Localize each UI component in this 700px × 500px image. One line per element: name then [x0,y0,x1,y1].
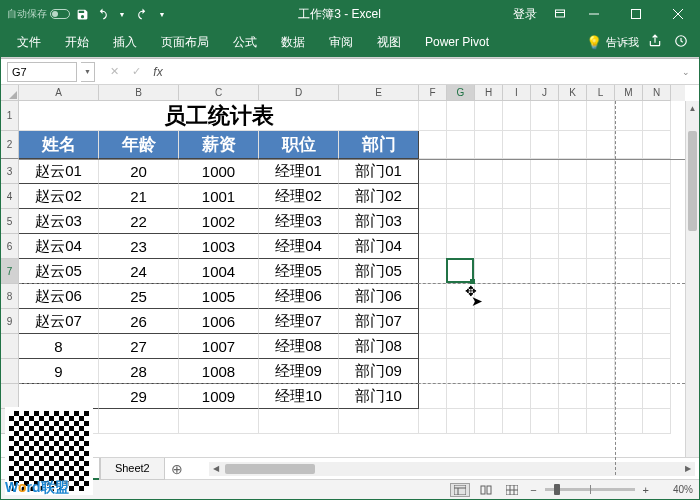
col-header-D[interactable]: D [259,85,339,101]
view-normal-icon[interactable] [450,483,470,497]
undo-icon[interactable] [94,6,110,22]
undo-dropdown-icon[interactable]: ▼ [114,6,130,22]
cell[interactable] [503,209,531,234]
col-header-G[interactable]: G [447,85,475,101]
table-cell[interactable]: 部门06 [339,284,419,309]
row-header[interactable]: 4 [1,184,19,209]
cell[interactable] [615,209,643,234]
cell[interactable] [419,259,447,284]
col-header-M[interactable]: M [615,85,643,101]
table-cell[interactable]: 赵云07 [19,309,99,334]
cell[interactable] [475,359,503,384]
row-header[interactable]: 6 [1,234,19,259]
cell[interactable] [559,259,587,284]
qat-customize-icon[interactable]: ▼ [154,6,170,22]
cell[interactable] [419,184,447,209]
cell[interactable] [531,359,559,384]
view-page-layout-icon[interactable] [476,483,496,497]
cell[interactable] [643,409,671,434]
cell[interactable] [339,409,419,434]
cell[interactable] [615,184,643,209]
scroll-up-icon[interactable]: ▲ [686,101,699,115]
cell[interactable] [503,284,531,309]
table-cell[interactable]: 1005 [179,284,259,309]
cell[interactable] [615,334,643,359]
fx-icon[interactable]: fx [147,65,169,79]
cell[interactable] [643,334,671,359]
cell[interactable] [475,409,503,434]
cell[interactable] [503,259,531,284]
cell[interactable] [559,284,587,309]
cell[interactable] [643,259,671,284]
cell[interactable] [531,209,559,234]
cell[interactable] [587,409,615,434]
cell[interactable] [447,409,475,434]
cell[interactable] [643,234,671,259]
cell[interactable] [503,309,531,334]
table-cell[interactable]: 21 [99,184,179,209]
cell[interactable] [587,131,615,159]
table-cell[interactable]: 经理03 [259,209,339,234]
table-cell[interactable]: 经理02 [259,184,339,209]
table-cell[interactable]: 赵云03 [19,209,99,234]
cell[interactable] [447,101,475,131]
col-header-E[interactable]: E [339,85,419,101]
name-box-dropdown-icon[interactable]: ▼ [81,62,95,82]
table-cell[interactable]: 1008 [179,359,259,384]
row-header[interactable]: 1 [1,101,19,131]
cell[interactable] [615,284,643,309]
row-header[interactable] [1,334,19,359]
col-header-L[interactable]: L [587,85,615,101]
table-cell[interactable]: 9 [19,359,99,384]
col-header-I[interactable]: I [503,85,531,101]
cell[interactable] [99,409,179,434]
cell[interactable] [615,259,643,284]
cell[interactable] [615,359,643,384]
cell[interactable] [419,284,447,309]
table-cell[interactable]: 部门05 [339,259,419,284]
cell[interactable] [475,159,503,184]
formula-expand-icon[interactable]: ⌄ [679,67,693,77]
hscroll-thumb[interactable] [225,464,315,474]
cell[interactable] [531,131,559,159]
cell[interactable] [475,101,503,131]
cell[interactable] [559,359,587,384]
cell[interactable] [559,209,587,234]
row-header[interactable] [1,359,19,384]
table-cell[interactable]: 经理09 [259,359,339,384]
tab-文件[interactable]: 文件 [5,27,53,57]
cell[interactable] [615,234,643,259]
cell[interactable] [531,259,559,284]
table-cell[interactable]: 1003 [179,234,259,259]
table-cell[interactable]: 经理04 [259,234,339,259]
table-cell[interactable]: 1007 [179,334,259,359]
cell[interactable] [419,209,447,234]
table-cell[interactable]: 22 [99,209,179,234]
cell[interactable] [615,131,643,159]
table-cell[interactable]: 1009 [179,384,259,409]
table-cell[interactable]: 经理10 [259,384,339,409]
col-header-K[interactable]: K [559,85,587,101]
scroll-thumb[interactable] [688,131,697,231]
cell[interactable] [503,159,531,184]
table-cell[interactable] [19,384,99,409]
table-cell[interactable]: 1002 [179,209,259,234]
table-header[interactable]: 部门 [339,131,419,159]
cell[interactable] [587,159,615,184]
table-header[interactable]: 姓名 [19,131,99,159]
table-cell[interactable]: 部门04 [339,234,419,259]
maximize-button[interactable] [615,1,657,27]
table-cell[interactable]: 经理07 [259,309,339,334]
table-cell[interactable]: 赵云05 [19,259,99,284]
cell[interactable] [559,234,587,259]
cell[interactable] [559,184,587,209]
table-cell[interactable]: 27 [99,334,179,359]
name-box[interactable]: G7 [7,62,77,82]
view-page-break-icon[interactable] [502,483,522,497]
select-all-corner[interactable] [1,85,19,101]
table-title[interactable]: 员工统计表 [19,101,419,131]
row-header[interactable]: 5 [1,209,19,234]
cell[interactable] [587,284,615,309]
cell[interactable] [559,334,587,359]
cell[interactable] [419,159,447,184]
